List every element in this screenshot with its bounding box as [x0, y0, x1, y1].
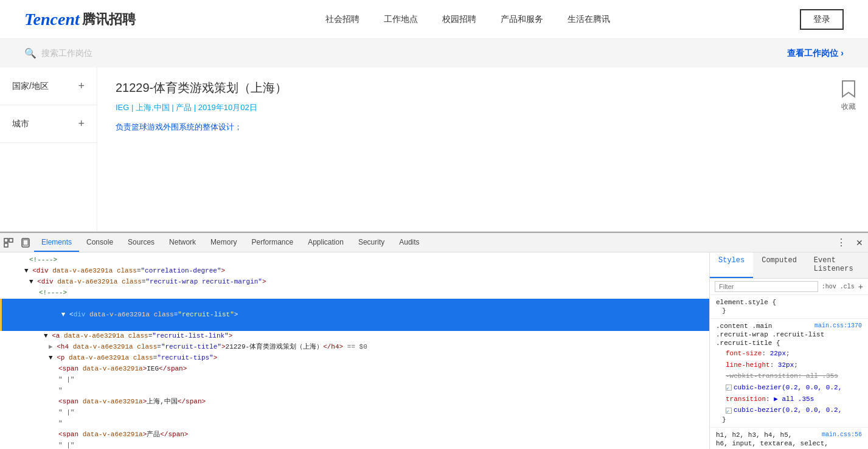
login-button[interactable]: 登录 — [800, 9, 844, 30]
styles-selector-recruit-wrap: .recruit-wrap .recruit-list — [716, 331, 862, 338]
styles-prop-cubic-2: cubic-bezier(0.2, 0.0, 0.2, — [716, 405, 862, 416]
search-bar: 🔍 搜索工作岗位 查看工作岗位 — [0, 39, 868, 68]
dom-line-3: ▼ <div data-v-a6e3291a class="recruit-wr… — [0, 277, 709, 288]
search-placeholder: 搜索工作岗位 — [41, 48, 92, 59]
tab-application[interactable]: Application — [300, 233, 351, 252]
styles-prop-webkit-transition: -webkit-transition: all .35s — [716, 371, 862, 382]
devtools-panel: Elements Console Sources Network Memory … — [0, 232, 868, 449]
styles-close-element: } — [716, 307, 862, 315]
left-sidebar: 国家/地区 + 城市 + — [0, 68, 97, 231]
filter-country[interactable]: 国家/地区 + — [0, 68, 97, 105]
dom-line-10: " |" — [0, 375, 709, 386]
filter-city-label: 城市 — [12, 119, 29, 130]
tab-network[interactable]: Network — [162, 233, 203, 252]
nav-link-products[interactable]: 产品和服务 — [501, 14, 543, 24]
styles-prop-font-size-22: font-size: 22px; — [716, 348, 862, 360]
devtools-close-btn[interactable]: ✕ — [851, 234, 868, 251]
search-icon: 🔍 — [24, 47, 36, 59]
devtools-more-btn[interactable]: ⋮ — [832, 237, 851, 248]
dom-line-2: ▼ <div data-v-a6e3291a class="correlatio… — [0, 266, 709, 277]
tab-sources[interactable]: Sources — [120, 233, 162, 252]
dom-line-7: ▶ <h4 data-v-a6e3291a class="recruit-tit… — [0, 342, 709, 353]
logo-cn-text: 腾讯招聘 — [82, 10, 136, 29]
filter-city-plus-icon: + — [78, 117, 85, 130]
dom-line-5-selected[interactable]: ▼ <div data-v-a6e3291a class="recruit-li… — [0, 299, 709, 331]
tab-audits[interactable]: Audits — [392, 233, 426, 252]
styles-file-link-1[interactable]: main.css:1370 — [814, 322, 862, 329]
job-title: 21229-体育类游戏策划（上海） — [116, 80, 811, 96]
nav-item-location[interactable]: 工作地点 — [384, 14, 418, 25]
devtools-tabs: Elements Console Sources Network Memory … — [34, 233, 832, 252]
devtools-device-btn[interactable] — [17, 234, 34, 251]
devtools-main: <!----> ▼ <div data-v-a6e3291a class="co… — [0, 252, 868, 449]
tab-performance[interactable]: Performance — [244, 233, 300, 252]
devtools-inspect-btn[interactable] — [0, 234, 17, 251]
styles-tab-event-listeners[interactable]: Event Listeners — [805, 252, 868, 278]
styles-prop-cubic-1: cubic-bezier(0.2, 0.0, 0.2, — [716, 382, 862, 394]
styles-add-rule-btn[interactable]: + — [858, 282, 863, 291]
dom-line-8: ▼ <p data-v-a6e3291a class="recruit-tips… — [0, 353, 709, 364]
nav-item-products[interactable]: 产品和服务 — [501, 14, 543, 25]
nav-link-campus[interactable]: 校园招聘 — [442, 14, 476, 24]
logo[interactable]: Tencent 腾讯招聘 — [24, 10, 136, 29]
job-desc-link[interactable]: 负责篮球游戏外围系统的整体设计； — [116, 122, 242, 131]
main-content: 国家/地区 + 城市 + 21229-体育类游戏策划（上海） IEG | 上海,… — [0, 68, 868, 232]
tab-security[interactable]: Security — [351, 233, 392, 252]
dom-line-15: <span data-v-a6e3291a>产品</span> — [0, 430, 709, 440]
svg-rect-2 — [4, 243, 8, 247]
styles-block-element: element.style { } — [710, 295, 868, 319]
dom-line-1: <!----> — [0, 255, 709, 266]
dom-line-11: " — [0, 386, 709, 397]
view-jobs-link[interactable]: 查看工作岗位 — [787, 48, 844, 59]
dom-line-6: ▼ <a data-v-a6e3291a class="recruit-list… — [0, 331, 709, 342]
bookmark-label: 收藏 — [841, 102, 856, 112]
top-navigation: Tencent 腾讯招聘 社会招聘 工作地点 校园招聘 产品和服务 生活在腾讯 … — [0, 0, 868, 39]
styles-hov-cls-btn[interactable]: :hov .cls — [822, 284, 855, 290]
styles-selector-content-main: .content .main main.css:1370 — [716, 322, 862, 330]
dom-line-12: <span data-v-a6e3291a>上海,中国</span> — [0, 397, 709, 408]
nav-link-social[interactable]: 社会招聘 — [325, 14, 359, 24]
nav-links-list: 社会招聘 工作地点 校园招聘 产品和服务 生活在腾讯 — [325, 14, 610, 25]
nav-item-life[interactable]: 生活在腾讯 — [568, 14, 610, 25]
styles-prop-transition: transition: ▶ all .35s — [716, 394, 862, 405]
nav-link-life[interactable]: 生活在腾讯 — [568, 14, 610, 24]
dom-line-4: <!----> — [0, 288, 709, 299]
filter-country-plus-icon: + — [78, 80, 85, 92]
dom-line-13: " |" — [0, 408, 709, 419]
tab-console[interactable]: Console — [79, 233, 120, 252]
styles-panel-tabs: Styles Computed Event Listeners — [710, 252, 868, 279]
styles-filter-input[interactable] — [715, 281, 818, 292]
styles-block-recruit-title: .content .main main.css:1370 .recruit-wr… — [710, 319, 868, 428]
bookmark-area[interactable]: 收藏 — [829, 68, 868, 231]
svg-rect-1 — [9, 238, 13, 242]
svg-rect-4 — [23, 240, 28, 245]
bookmark-icon — [841, 80, 856, 98]
styles-close-recruit: } — [716, 416, 862, 423]
styles-checkbox-2[interactable] — [726, 408, 732, 414]
styles-prop-line-height-32: line-height: 32px; — [716, 360, 862, 371]
search-input-wrap[interactable]: 🔍 搜索工作岗位 — [24, 47, 92, 59]
styles-file-link-2[interactable]: main.css:56 — [822, 431, 862, 438]
svg-rect-0 — [4, 238, 8, 242]
job-desc: 负责篮球游戏外围系统的整体设计； — [116, 122, 811, 133]
nav-item-social[interactable]: 社会招聘 — [325, 14, 359, 25]
styles-tab-computed[interactable]: Computed — [753, 252, 805, 278]
filter-city[interactable]: 城市 + — [0, 105, 97, 143]
nav-item-campus[interactable]: 校园招聘 — [442, 14, 476, 25]
dom-line-14: " — [0, 419, 709, 430]
styles-selector-h6: h6, input, textarea, select, — [716, 440, 862, 447]
tab-memory[interactable]: Memory — [203, 233, 244, 252]
filter-country-label: 国家/地区 — [12, 81, 49, 92]
styles-panel: Styles Computed Event Listeners :hov .cl… — [710, 252, 868, 449]
styles-selector-recruit-title: .recruit-title { — [716, 339, 862, 347]
styles-filter-row: :hov .cls + — [710, 279, 868, 295]
styles-block-headings: h1, h2, h3, h4, h5, main.css:56 h6, inpu… — [710, 428, 868, 449]
styles-checkbox-1[interactable] — [726, 385, 732, 391]
tab-elements[interactable]: Elements — [34, 233, 79, 252]
main-nav: 社会招聘 工作地点 校园招聘 产品和服务 生活在腾讯 — [325, 14, 610, 25]
styles-selector-element: element.style { — [716, 299, 862, 306]
styles-selector-h1: h1, h2, h3, h4, h5, main.css:56 — [716, 431, 862, 439]
dom-line-16: " |" — [0, 440, 709, 449]
styles-tab-styles[interactable]: Styles — [710, 252, 753, 278]
nav-link-location[interactable]: 工作地点 — [384, 14, 418, 24]
